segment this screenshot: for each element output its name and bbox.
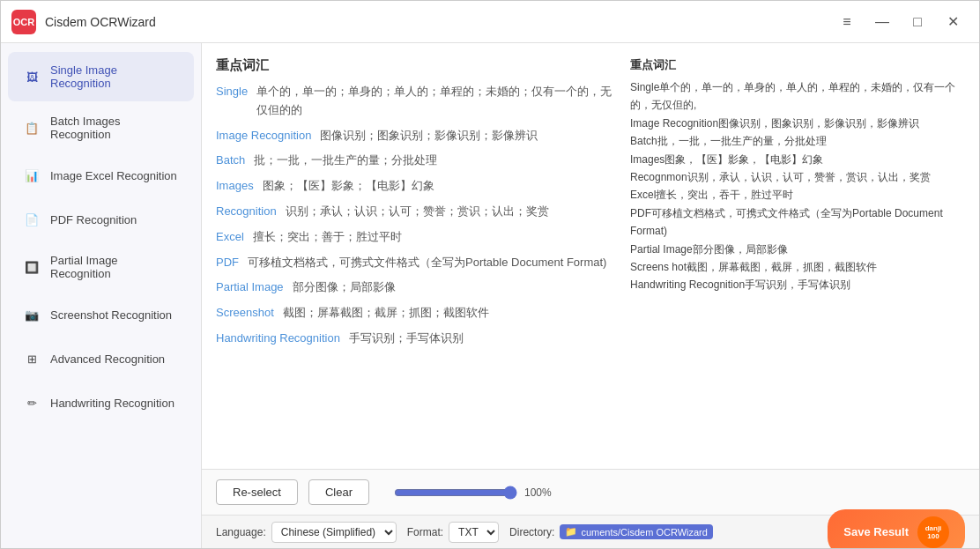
partial-image-icon: 🔲 — [22, 257, 41, 277]
right-panel-title: 重点词汇 — [630, 57, 965, 73]
zoom-slider[interactable] — [394, 486, 517, 500]
vocab-key-5: Excel — [216, 228, 244, 247]
right-line-4: Images图象，【医】影象，【电影】幻象 — [630, 151, 965, 168]
vocab-val-6: 可移植文档格式，可携式文件格式（全写为Portable Document For… — [248, 254, 606, 272]
vocab-key-3: Images — [216, 177, 254, 196]
sidebar-item-handwriting[interactable]: ✏ Handwriting Recognition — [8, 382, 194, 424]
minimize-button[interactable]: — — [866, 6, 898, 38]
vocab-key-4: Recognition — [216, 203, 277, 221]
vocab-item-0: Single 单个的，单一的；单身的；单人的；单程的；未婚的；仅有一个的，无仅但… — [216, 83, 616, 120]
sidebar-item-single-image[interactable]: 🖼 Single Image Recognition — [8, 52, 194, 101]
handwriting-icon: ✏ — [22, 393, 41, 412]
danji-badge: danji100 — [917, 516, 949, 548]
folder-icon: 📁 — [565, 526, 577, 538]
vocab-item-4: Recognition 识别；承认；认识；认可；赞誉；赏识；认出；奖赏 — [216, 203, 616, 221]
menu-button[interactable]: ≡ — [831, 6, 863, 38]
directory-label: Directory: — [509, 526, 554, 538]
titlebar: OCR Cisdem OCRWizard ≡ — □ ✕ — [1, 1, 979, 43]
right-line-2: Image Recognition图像识别，图象识别，影像识别，影像辨识 — [630, 115, 965, 132]
right-line-7: PDF可移植文档格式，可携式文件格式（全写为Portable Document — [630, 204, 965, 222]
vocab-key-0: Single — [216, 83, 248, 101]
vocab-section: 重点词汇 Single 单个的，单一的；单身的；单人的；单程的；未婚的；仅有一个… — [216, 57, 616, 355]
directory-value: cuments/Cisdem OCRWizard — [581, 527, 707, 538]
right-line-11: Handwriting Recognition手写识别，手写体识别 — [630, 276, 965, 293]
vocab-val-2: 批；一批，一批生产的量；分批处理 — [254, 152, 437, 170]
sidebar-label-advanced: Advanced Recognition — [50, 352, 165, 366]
app-window: OCR Cisdem OCRWizard ≡ — □ ✕ 🖼 Single Im… — [0, 0, 980, 549]
titlebar-left: OCR Cisdem OCRWizard — [11, 10, 156, 34]
format-select[interactable]: TXT — [449, 522, 499, 543]
vocab-title: 重点词汇 — [216, 57, 616, 74]
maximize-button[interactable]: □ — [902, 6, 933, 38]
vocab-val-5: 擅长；突出；善于；胜过平时 — [253, 228, 402, 247]
vocab-item-8: Screenshot 截图；屏幕截图；截屏；抓图；截图软件 — [216, 304, 616, 323]
content-body: 重点词汇 Single 单个的，单一的；单身的；单人的；单程的；未婚的；仅有一个… — [202, 43, 979, 469]
right-line-6: Excel擅长，突出，吞干，胜过平时 — [630, 186, 965, 204]
vocab-key-6: PDF — [216, 254, 239, 272]
vocab-item-6: PDF 可移植文档格式，可携式文件格式（全写为Portable Document… — [216, 254, 616, 272]
sidebar-label-single-image: Single Image Recognition — [50, 63, 180, 90]
sidebar-item-batch-images[interactable]: 📋 Batch Images Recognition — [8, 103, 194, 152]
right-line-10: Screens hot截图，屏幕截图，截屏，抓图，截图软件 — [630, 258, 965, 276]
reselect-button[interactable]: Re-select — [216, 479, 298, 505]
status-bar: Language: Chinese (Simplified) Format: T… — [202, 515, 979, 548]
pdf-icon: 📄 — [22, 210, 41, 229]
titlebar-controls: ≡ — □ ✕ — [831, 6, 969, 38]
language-select[interactable]: Chinese (Simplified) — [271, 522, 397, 543]
vocab-key-8: Screenshot — [216, 304, 274, 323]
vocab-item-3: Images 图象；【医】影象；【电影】幻象 — [216, 177, 616, 196]
right-line-8: Format) — [630, 222, 965, 240]
right-line-5: Recognmon识别，承认，认识，认可，赞誉，赏识，认出，奖赏 — [630, 168, 965, 186]
right-line-9: Partial Image部分图像，局部影像 — [630, 241, 965, 258]
right-panel: 重点词汇 Single单个的，单一的，单身的，单人的，单程的，未婚的，仅有一个 … — [630, 57, 965, 455]
vocab-item-1: Image Recognition 图像识别；图象识别；影像识别；影像辨识 — [216, 127, 616, 145]
close-button[interactable]: ✕ — [937, 6, 969, 38]
vocab-val-8: 截图；屏幕截图；截屏；抓图；截图软件 — [283, 304, 489, 323]
sidebar-label-pdf: PDF Recognition — [50, 213, 137, 226]
sidebar-label-batch-images: Batch Images Recognition — [50, 115, 180, 141]
sidebar-item-pdf[interactable]: 📄 PDF Recognition — [8, 198, 194, 241]
vocab-key-7: Partial Image — [216, 278, 284, 297]
language-field: Language: Chinese (Simplified) — [216, 522, 397, 543]
format-field: Format: TXT — [407, 522, 499, 543]
directory-badge[interactable]: 📁 cuments/Cisdem OCRWizard — [560, 524, 712, 539]
zoom-value: 100% — [524, 486, 552, 499]
save-result-label: Save Result — [843, 525, 909, 538]
sidebar-item-image-excel[interactable]: 📊 Image Excel Recognition — [8, 154, 194, 197]
vocab-val-9: 手写识别；手写体识别 — [349, 330, 464, 348]
right-line-1: 的，无仅但的, — [630, 96, 965, 114]
batch-images-icon: 📋 — [22, 118, 41, 137]
image-excel-icon: 📊 — [22, 166, 41, 185]
sidebar-label-image-excel: Image Excel Recognition — [50, 169, 177, 182]
vocab-key-2: Batch — [216, 152, 245, 170]
save-result-button[interactable]: Save Result danji100 — [828, 509, 965, 549]
content-area: 重点词汇 Single 单个的，单一的；单身的；单人的；单程的；未婚的；仅有一个… — [202, 43, 979, 548]
sidebar-item-partial-image[interactable]: 🔲 Partial Image Recognition — [8, 242, 194, 292]
vocab-val-1: 图像识别；图象识别；影像识别；影像辨识 — [320, 127, 538, 145]
vocab-item-5: Excel 擅长；突出；善于；胜过平时 — [216, 228, 616, 247]
sidebar-item-advanced[interactable]: ⊞ Advanced Recognition — [8, 338, 194, 380]
bottom-bar: Re-select Clear 100% — [202, 469, 979, 515]
right-line-3: Batch批，一批，一批生产的量，分批处理 — [630, 132, 965, 150]
left-panel: 重点词汇 Single 单个的，单一的；单身的；单人的；单程的；未婚的；仅有一个… — [216, 57, 616, 455]
language-label: Language: — [216, 526, 266, 538]
sidebar-label-partial-image: Partial Image Recognition — [50, 254, 180, 280]
app-title: Cisdem OCRWizard — [45, 15, 156, 29]
advanced-icon: ⊞ — [22, 349, 41, 368]
vocab-val-0: 单个的，单一的；单身的；单人的；单程的；未婚的；仅有一个的，无仅但的的 — [256, 83, 616, 120]
vocab-val-7: 部分图像；局部影像 — [293, 278, 396, 297]
app-icon: OCR — [11, 10, 36, 34]
sidebar: 🖼 Single Image Recognition 📋 Batch Image… — [1, 43, 202, 548]
clear-button[interactable]: Clear — [308, 479, 369, 505]
sidebar-label-screenshot: Screenshot Recognition — [50, 308, 172, 322]
vocab-val-3: 图象；【医】影象；【电影】幻象 — [263, 177, 434, 196]
sidebar-item-screenshot[interactable]: 📷 Screenshot Recognition — [8, 293, 194, 336]
main-layout: 🖼 Single Image Recognition 📋 Batch Image… — [1, 43, 979, 548]
vocab-item-9: Handwriting Recognition 手写识别；手写体识别 — [216, 330, 616, 348]
vocab-key-1: Image Recognition — [216, 127, 311, 145]
right-line-0: Single单个的，单一的，单身的，单人的，单程的，未婚的，仅有一个 — [630, 78, 965, 96]
single-image-icon: 🖼 — [22, 67, 41, 86]
vocab-val-4: 识别；承认；认识；认可；赞誉；赏识；认出；奖赏 — [286, 203, 549, 221]
vocab-key-9: Handwriting Recognition — [216, 330, 340, 348]
vocab-item-7: Partial Image 部分图像；局部影像 — [216, 278, 616, 297]
